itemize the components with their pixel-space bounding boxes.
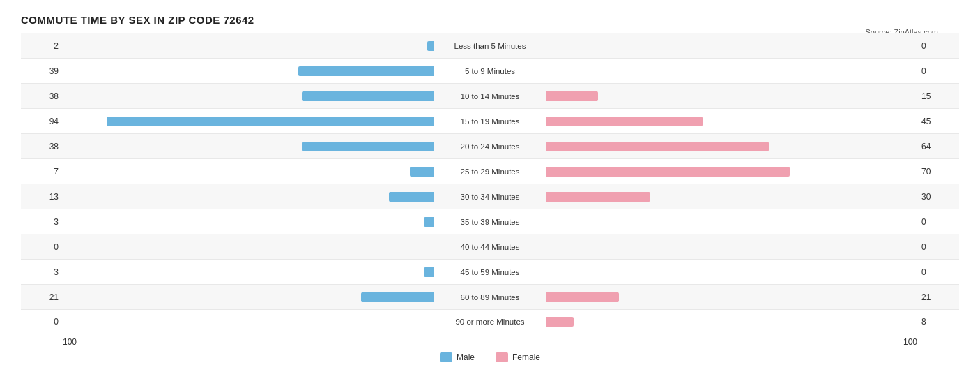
female-bar bbox=[546, 117, 703, 126]
legend: Male Female bbox=[21, 352, 959, 362]
male-label: Male bbox=[457, 352, 475, 362]
male-value: 94 bbox=[21, 117, 63, 126]
male-value: 2 bbox=[21, 41, 63, 51]
female-bar bbox=[546, 292, 619, 302]
chart-row: 395 to 9 Minutes0 bbox=[21, 58, 959, 83]
female-value: 30 bbox=[917, 192, 959, 202]
male-value: 3 bbox=[21, 267, 63, 277]
male-bar bbox=[424, 267, 434, 277]
row-label: 35 to 39 Minutes bbox=[434, 218, 546, 226]
chart-area: 2Less than 5 Minutes0395 to 9 Minutes038… bbox=[21, 33, 959, 362]
female-value: 0 bbox=[917, 242, 959, 252]
female-value: 70 bbox=[917, 167, 959, 177]
legend-male: Male bbox=[440, 352, 475, 362]
chart-row: 725 to 29 Minutes70 bbox=[21, 158, 959, 184]
row-label: 60 to 89 Minutes bbox=[434, 293, 546, 301]
female-value: 45 bbox=[917, 117, 959, 126]
male-bar bbox=[302, 91, 434, 101]
row-label: 25 to 29 Minutes bbox=[434, 167, 546, 176]
row-label: 90 or more Minutes bbox=[434, 318, 546, 326]
chart-row: 2Less than 5 Minutes0 bbox=[21, 33, 959, 58]
chart-row: 9415 to 19 Minutes45 bbox=[21, 108, 959, 133]
female-value: 64 bbox=[917, 142, 959, 151]
male-swatch bbox=[440, 352, 452, 362]
female-bar bbox=[546, 142, 769, 151]
female-label: Female bbox=[512, 352, 540, 362]
male-bar bbox=[361, 292, 434, 302]
chart-row: 345 to 59 Minutes0 bbox=[21, 259, 959, 284]
axis-right: 100 bbox=[903, 337, 917, 347]
male-value: 7 bbox=[21, 167, 63, 177]
male-value: 39 bbox=[21, 66, 63, 76]
row-label: 30 to 34 Minutes bbox=[434, 193, 546, 201]
row-label: 5 to 9 Minutes bbox=[434, 67, 546, 75]
male-bar bbox=[427, 41, 434, 51]
row-label: Less than 5 Minutes bbox=[434, 42, 546, 50]
male-bar bbox=[410, 167, 434, 177]
chart-title: COMMUTE TIME BY SEX IN ZIP CODE 72642 bbox=[21, 14, 959, 26]
chart-row: 1330 to 34 Minutes30 bbox=[21, 184, 959, 209]
male-bar bbox=[107, 117, 434, 126]
female-bar bbox=[546, 192, 650, 202]
female-value: 15 bbox=[917, 91, 959, 101]
female-value: 21 bbox=[917, 292, 959, 302]
row-label: 40 to 44 Minutes bbox=[434, 243, 546, 251]
female-value: 0 bbox=[917, 267, 959, 277]
male-bar bbox=[302, 142, 434, 151]
chart-row: 040 to 44 Minutes0 bbox=[21, 234, 959, 259]
male-value: 0 bbox=[21, 242, 63, 252]
female-value: 0 bbox=[917, 66, 959, 76]
male-bar bbox=[389, 192, 434, 202]
female-value: 8 bbox=[917, 317, 959, 327]
male-value: 3 bbox=[21, 217, 63, 227]
row-label: 45 to 59 Minutes bbox=[434, 268, 546, 276]
row-label: 10 to 14 Minutes bbox=[434, 92, 546, 100]
female-value: 0 bbox=[917, 217, 959, 227]
row-label: 20 to 24 Minutes bbox=[434, 142, 546, 151]
axis-left: 100 bbox=[63, 337, 77, 347]
male-bar bbox=[424, 217, 434, 227]
chart-row: 090 or more Minutes8 bbox=[21, 309, 959, 334]
row-label: 15 to 19 Minutes bbox=[434, 117, 546, 126]
female-swatch bbox=[496, 352, 508, 362]
male-value: 38 bbox=[21, 142, 63, 151]
male-value: 0 bbox=[21, 317, 63, 327]
axis-labels: 100 100 bbox=[21, 337, 959, 347]
male-bar bbox=[298, 66, 434, 76]
male-value: 38 bbox=[21, 91, 63, 101]
legend-female: Female bbox=[496, 352, 540, 362]
female-bar bbox=[546, 167, 790, 177]
male-value: 21 bbox=[21, 292, 63, 302]
male-value: 13 bbox=[21, 192, 63, 202]
chart-row: 3810 to 14 Minutes15 bbox=[21, 83, 959, 108]
female-bar bbox=[546, 91, 598, 101]
chart-row: 335 to 39 Minutes0 bbox=[21, 209, 959, 234]
chart-row: 2160 to 89 Minutes21 bbox=[21, 284, 959, 309]
female-bar bbox=[546, 317, 574, 327]
female-value: 0 bbox=[917, 41, 959, 51]
chart-row: 3820 to 24 Minutes64 bbox=[21, 133, 959, 158]
